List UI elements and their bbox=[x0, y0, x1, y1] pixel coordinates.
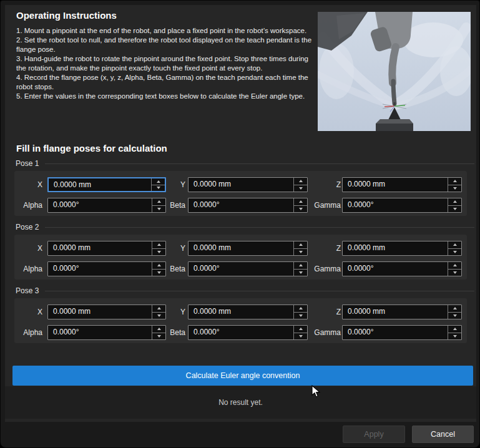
pose-section-2: Pose 2X0.0000 mmY0.0000 mmZ0.0000 mmAlph… bbox=[14, 222, 474, 281]
spin-up-button[interactable] bbox=[448, 178, 461, 185]
field-label-beta: Beta bbox=[135, 325, 185, 340]
result-text: No result yet. bbox=[218, 398, 263, 407]
instruction-step: 3. Hand-guide the robot to rotate the pi… bbox=[16, 54, 315, 73]
euler-angle-dialog: Operating Instructions 1. Mount a pinpoi… bbox=[0, 0, 480, 448]
spinbox-value: 0.0000° bbox=[189, 198, 293, 212]
spinbox-value: 0.0000 mm bbox=[343, 241, 448, 255]
spin-up-button[interactable] bbox=[448, 198, 461, 206]
flange-poses-section-title: Fill in flange poses for calculation bbox=[16, 143, 167, 153]
pose-header: Pose 3 bbox=[14, 286, 474, 296]
pose-title: Pose 3 bbox=[14, 286, 39, 295]
spinbox-buttons bbox=[448, 262, 461, 276]
field-label-beta: Beta bbox=[135, 261, 185, 276]
pose-group: X0.0000 mmY0.0000 mmZ0.0000 mmAlpha0.000… bbox=[14, 171, 467, 216]
field-label-z: Z bbox=[291, 241, 341, 256]
instruction-step: 1. Mount a pinpoint at the end of the ro… bbox=[16, 26, 315, 36]
triangle-up-icon bbox=[453, 264, 457, 266]
spinbox-value: 0.0000° bbox=[343, 198, 448, 212]
pose-2-beta-input[interactable]: 0.0000° bbox=[188, 261, 308, 276]
spin-down-button[interactable] bbox=[448, 185, 461, 192]
pose-3-z-input[interactable]: 0.0000 mm bbox=[342, 304, 462, 319]
field-label-gamma: Gamma bbox=[291, 198, 341, 213]
triangle-up-icon bbox=[453, 243, 457, 246]
field-label-alpha: Alpha bbox=[0, 198, 42, 213]
field-label-x: X bbox=[0, 177, 42, 192]
triangle-down-icon bbox=[453, 208, 457, 210]
pose-header: Pose 1 bbox=[14, 158, 474, 168]
pose-header-rule bbox=[45, 227, 474, 228]
spin-up-button[interactable] bbox=[448, 305, 461, 313]
spin-down-button[interactable] bbox=[448, 313, 461, 319]
spinbox-buttons bbox=[448, 305, 461, 319]
triangle-down-icon bbox=[453, 251, 457, 253]
pose-2-gamma-input[interactable]: 0.0000° bbox=[342, 261, 462, 276]
pose-2-z-input[interactable]: 0.0000 mm bbox=[342, 241, 462, 256]
pose-section-1: Pose 1X0.0000 mmY0.0000 mmZ0.0000 mmAlph… bbox=[14, 158, 474, 217]
spinbox-value: 0.0000 mm bbox=[189, 305, 293, 319]
result-panel: No result yet. bbox=[5, 386, 476, 419]
calculate-euler-button[interactable]: Calculate Euler angle convention bbox=[12, 366, 473, 386]
field-label-beta: Beta bbox=[135, 198, 185, 213]
spinbox-value: 0.0000 mm bbox=[189, 178, 293, 192]
pose-3-gamma-input[interactable]: 0.0000° bbox=[342, 325, 462, 340]
spinbox-buttons bbox=[448, 326, 461, 339]
pose-1-beta-input[interactable]: 0.0000° bbox=[188, 198, 308, 213]
spin-down-button[interactable] bbox=[448, 206, 461, 213]
triangle-down-icon bbox=[453, 314, 457, 317]
spin-down-button[interactable] bbox=[448, 333, 461, 340]
spinbox-value: 0.0000° bbox=[343, 326, 448, 339]
spin-down-button[interactable] bbox=[448, 270, 461, 276]
pose-title: Pose 1 bbox=[14, 159, 39, 168]
spinbox-value: 0.0000° bbox=[189, 262, 293, 276]
pose-section-3: Pose 3X0.0000 mmY0.0000 mmZ0.0000 mmAlph… bbox=[14, 286, 474, 344]
pose-3-y-input[interactable]: 0.0000 mm bbox=[188, 304, 308, 319]
field-label-z: Z bbox=[291, 177, 341, 192]
pose-2-y-input[interactable]: 0.0000 mm bbox=[188, 241, 308, 256]
field-label-x: X bbox=[0, 241, 42, 256]
pose-header-rule bbox=[45, 291, 474, 291]
spinbox-value: 0.0000 mm bbox=[189, 241, 293, 255]
pose-1-z-input[interactable]: 0.0000 mm bbox=[342, 177, 462, 192]
pose-header: Pose 2 bbox=[14, 222, 474, 232]
spin-up-button[interactable] bbox=[448, 241, 461, 249]
apply-button[interactable]: Apply bbox=[343, 426, 405, 443]
instruction-step: 4. Record the flange pose (x, y, z, Alph… bbox=[16, 73, 315, 92]
robot-pinpoint-illustration bbox=[318, 12, 471, 131]
spinbox-value: 0.0000 mm bbox=[343, 305, 448, 319]
triangle-down-icon bbox=[453, 187, 457, 190]
spinbox-value: 0.0000° bbox=[343, 262, 448, 276]
pose-title: Pose 2 bbox=[14, 223, 39, 231]
spinbox-buttons bbox=[448, 178, 461, 192]
spinbox-buttons bbox=[448, 241, 461, 255]
triangle-up-icon bbox=[453, 328, 457, 330]
pose-header-rule bbox=[45, 163, 474, 164]
instruction-step: 2. Set the robot tool to null, and there… bbox=[16, 36, 315, 54]
triangle-up-icon bbox=[453, 200, 457, 203]
instruction-step: 5. Enter the values in the corresponding… bbox=[16, 92, 315, 101]
dialog-content: Operating Instructions 1. Mount a pinpoi… bbox=[5, 5, 476, 422]
pose-group: X0.0000 mmY0.0000 mmZ0.0000 mmAlpha0.000… bbox=[14, 235, 467, 280]
spin-up-button[interactable] bbox=[448, 326, 461, 333]
field-label-x: X bbox=[0, 304, 42, 319]
field-label-alpha: Alpha bbox=[0, 261, 42, 276]
field-label-alpha: Alpha bbox=[0, 325, 42, 340]
spin-up-button[interactable] bbox=[448, 262, 461, 270]
pose-3-beta-input[interactable]: 0.0000° bbox=[188, 325, 308, 340]
spin-down-button[interactable] bbox=[448, 249, 461, 256]
field-label-y: Y bbox=[135, 304, 185, 319]
pose-group: X0.0000 mmY0.0000 mmZ0.0000 mmAlpha0.000… bbox=[14, 298, 467, 343]
triangle-up-icon bbox=[453, 180, 457, 182]
field-label-z: Z bbox=[291, 304, 341, 319]
field-label-y: Y bbox=[135, 177, 185, 192]
triangle-down-icon bbox=[453, 335, 457, 338]
cancel-button[interactable]: Cancel bbox=[412, 426, 474, 443]
pose-1-y-input[interactable]: 0.0000 mm bbox=[188, 177, 308, 192]
spinbox-value: 0.0000 mm bbox=[343, 178, 448, 192]
instruction-steps: 1. Mount a pinpoint at the end of the ro… bbox=[16, 26, 315, 101]
field-label-gamma: Gamma bbox=[291, 261, 341, 276]
triangle-down-icon bbox=[453, 271, 457, 274]
operating-instructions-title: Operating Instructions bbox=[16, 10, 117, 21]
spinbox-value: 0.0000° bbox=[189, 326, 293, 339]
pose-1-gamma-input[interactable]: 0.0000° bbox=[342, 198, 462, 213]
field-label-gamma: Gamma bbox=[291, 325, 341, 340]
